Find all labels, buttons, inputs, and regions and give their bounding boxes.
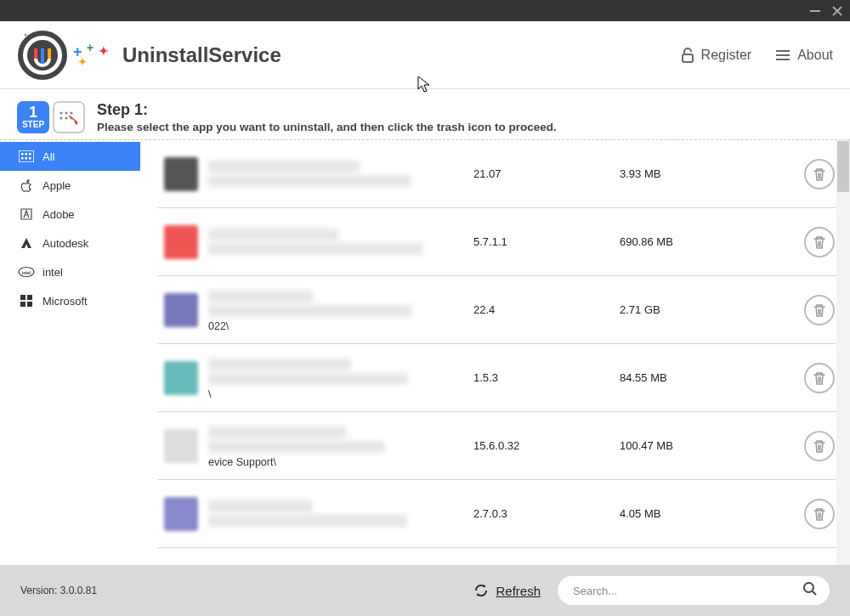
lock-open-icon (681, 47, 694, 64)
svg-rect-26 (29, 157, 31, 160)
sidebar-item-label: intel (42, 266, 63, 279)
trash-icon (812, 235, 827, 250)
app-row[interactable]: 2.7.0.3 4.05 MB (157, 480, 850, 548)
svg-rect-31 (20, 302, 26, 307)
refresh-label: Refresh (496, 584, 541, 598)
apple-icon (19, 178, 34, 193)
app-size: 4.05 MB (620, 507, 756, 520)
app-row[interactable]: 022\ 22.4 2.71 GB (157, 276, 850, 344)
app-size: 3.93 MB (620, 167, 756, 180)
app-size: 84.55 MB (620, 371, 756, 384)
svg-rect-29 (20, 295, 26, 300)
register-button[interactable]: Register (681, 47, 752, 64)
sidebar-item-label: Microsoft (42, 295, 88, 308)
app-logo: + + ✦ ✦ UninstallService (17, 30, 281, 81)
app-row[interactable]: \ 1.5.3 84.55 MB (157, 344, 850, 412)
app-row[interactable]: 21.07 3.93 MB (157, 140, 850, 208)
app-name-column: 022\ (208, 288, 463, 332)
adobe-icon (19, 206, 34, 222)
app-version: 1.5.3 (473, 371, 609, 384)
sidebar-item-all[interactable]: All (0, 142, 140, 171)
sidebar-item-adobe[interactable]: Adobe (0, 200, 140, 229)
scrollbar-track[interactable] (836, 140, 850, 565)
sidebar-item-microsoft[interactable]: Microsoft (0, 286, 140, 315)
version-text: Version: 3.0.0.81 (20, 585, 97, 596)
main-content: All Apple Adobe Autodesk intel intel (0, 140, 850, 565)
uninstall-button[interactable] (804, 431, 835, 461)
sidebar-item-autodesk[interactable]: Autodesk (0, 229, 140, 257)
svg-text:✦: ✦ (78, 56, 87, 67)
svg-rect-10 (683, 54, 693, 62)
intel-icon: intel (19, 264, 34, 280)
refresh-button[interactable]: Refresh (473, 583, 541, 598)
svg-rect-23 (29, 153, 31, 155)
app-icon (164, 225, 198, 259)
app-row[interactable]: evice Support\ 15.6.0.32 100.47 MB (157, 412, 850, 480)
title-bar (0, 0, 850, 21)
svg-text:✦: ✦ (99, 44, 109, 58)
uninstall-button[interactable] (804, 159, 835, 189)
grid-icon (19, 149, 34, 164)
app-name-column (208, 226, 463, 257)
app-list: 21.07 3.93 MB 5.7.1.1 690.86 MB 022\ 22.… (157, 140, 850, 565)
uninstall-button[interactable] (804, 499, 835, 529)
svg-rect-22 (26, 153, 28, 155)
about-button[interactable]: About (775, 48, 833, 63)
app-row[interactable]: 5.7.1.1 690.86 MB (157, 208, 850, 276)
close-button[interactable] (831, 5, 843, 17)
svg-point-17 (60, 116, 62, 119)
trash-icon (812, 506, 827, 522)
svg-rect-25 (26, 157, 28, 160)
svg-text:intel: intel (22, 270, 31, 275)
app-size: 100.47 MB (620, 439, 756, 452)
logo-text: UninstallService (122, 43, 281, 67)
svg-point-16 (70, 111, 72, 114)
svg-point-18 (65, 116, 67, 119)
app-icon (164, 293, 198, 327)
svg-rect-30 (27, 295, 32, 300)
svg-rect-24 (21, 157, 24, 160)
scrollbar-thumb[interactable] (837, 141, 849, 192)
microsoft-icon (19, 293, 34, 308)
sidebar-item-label: Autodesk (42, 237, 88, 250)
sidebar-item-apple[interactable]: Apple (0, 171, 140, 200)
register-label: Register (701, 48, 752, 63)
svg-rect-32 (27, 302, 32, 307)
minimize-button[interactable] (809, 5, 821, 17)
app-version: 21.07 (473, 167, 609, 180)
logo-icon (17, 30, 68, 81)
app-name-column: \ (208, 356, 463, 400)
step-title: Step 1: (97, 101, 557, 119)
app-version: 22.4 (473, 303, 609, 316)
uninstall-button[interactable] (804, 295, 835, 325)
category-sidebar: All Apple Adobe Autodesk intel intel (0, 140, 140, 565)
svg-point-5 (25, 33, 26, 35)
trash-icon (812, 167, 827, 182)
search-input[interactable] (558, 576, 830, 605)
sidebar-item-label: Apple (42, 179, 71, 192)
search-box (558, 576, 830, 605)
app-icon (164, 429, 198, 463)
uninstall-button[interactable] (804, 363, 835, 393)
trash-icon (812, 438, 827, 454)
app-icon (164, 157, 198, 191)
app-name-column (208, 498, 463, 529)
step-subtitle: Please select the app you want to uninst… (97, 121, 557, 133)
search-icon[interactable] (802, 581, 818, 600)
app-header: + + ✦ ✦ UninstallService Register About (0, 21, 850, 89)
app-version: 15.6.0.32 (473, 439, 609, 452)
svg-point-33 (804, 583, 813, 592)
app-icon (164, 361, 198, 395)
trash-icon (812, 370, 827, 386)
about-label: About (797, 48, 833, 63)
svg-rect-21 (21, 153, 24, 155)
sidebar-item-intel[interactable]: intel intel (0, 257, 140, 286)
logo-sparkle-icon: + + ✦ ✦ (73, 43, 117, 67)
uninstall-button[interactable] (804, 227, 835, 257)
app-version: 2.7.0.3 (473, 507, 609, 520)
app-name-column (208, 158, 463, 189)
app-size: 690.86 MB (620, 235, 756, 248)
app-size: 2.71 GB (620, 303, 756, 316)
sidebar-item-label: All (42, 150, 54, 163)
app-name-column: evice Support\ (208, 424, 463, 468)
